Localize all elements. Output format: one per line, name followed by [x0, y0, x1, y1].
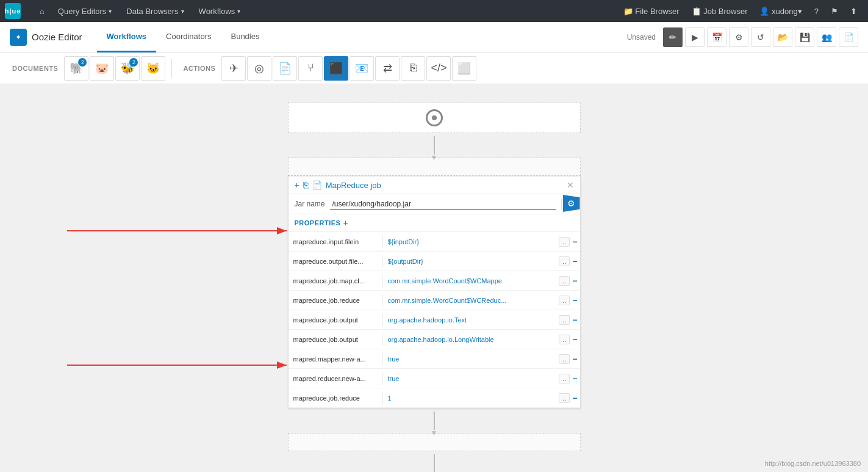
prop-key-0: mapreduce.input.filein [289, 236, 383, 248]
user-icon: 👤 [759, 7, 769, 16]
prop-value-8[interactable]: 1 [383, 392, 557, 404]
generic-action-btn[interactable]: </> [426, 56, 451, 81]
nav-workflows[interactable]: Workflows ▾ [192, 0, 248, 22]
git-action-btn[interactable]: ⑂ [298, 56, 323, 81]
prop-actions-2: .. − [556, 276, 579, 286]
file-browser-link[interactable]: 📁 File Browser [617, 7, 686, 16]
subwf-action-btn[interactable]: ⇄ [375, 56, 400, 81]
prop-remove-1[interactable]: − [572, 256, 577, 266]
distcp-action-btn[interactable]: ⎘ [401, 56, 425, 81]
add-icon[interactable]: + [295, 180, 299, 190]
close-icon[interactable]: ✕ [567, 180, 574, 190]
prop-browse-2[interactable]: .. [559, 276, 570, 286]
prop-remove-5[interactable]: − [572, 335, 577, 344]
prop-browse-4[interactable]: .. [559, 315, 570, 325]
sqoop-doc-btn[interactable]: 🐝 2 [115, 56, 140, 81]
nav-data-browsers[interactable]: Data Browsers ▾ [119, 0, 191, 22]
tab-coordinators[interactable]: Coordinators [156, 22, 221, 53]
chevron-down-icon: ▾ [181, 8, 184, 15]
chevron-down-icon: ▾ [237, 8, 240, 15]
prop-remove-6[interactable]: − [572, 354, 577, 364]
properties-label: PROPERTIES [295, 219, 341, 227]
nav-query-editors[interactable]: Query Editors ▾ [51, 0, 119, 22]
prop-browse-8[interactable]: .. [559, 393, 570, 403]
annotation-arrow-1 [49, 216, 293, 246]
prop-value-0[interactable]: ${inputDir} [383, 236, 557, 248]
arrow-down-icon-2 [434, 412, 435, 430]
save-button[interactable]: 💾 [795, 27, 814, 47]
arrow-down-icon [434, 136, 435, 154]
upload-icon[interactable]: ⬆ [844, 7, 863, 16]
prop-row-5: mapreduce.job.output org.apache.hadoop.i… [289, 330, 580, 349]
prop-browse-3[interactable]: .. [559, 296, 570, 305]
help-button[interactable]: ? [808, 7, 825, 16]
ssh-action-btn[interactable]: ✈ [221, 56, 246, 81]
mr-node-header: + ⎘ 📄 MapReduce job ✕ [289, 176, 580, 194]
gear-settings-btn[interactable]: ⚙ [563, 195, 580, 212]
home-icon[interactable]: ⌂ [34, 7, 51, 16]
prop-value-4[interactable]: org.apache.hadoop.io.Text [383, 314, 557, 326]
history-button[interactable]: ↺ [751, 27, 770, 47]
chevron-down-icon: ▾ [109, 8, 112, 15]
prop-key-6: mapred.mapper.new-a... [289, 353, 383, 365]
java-action-btn[interactable]: 📄 [273, 56, 297, 81]
app-logo[interactable]: h|ue [5, 3, 24, 19]
prop-value-5[interactable]: org.apache.hadoop.io.LongWritable [383, 333, 557, 346]
settings-button[interactable]: ⚙ [729, 27, 748, 47]
prop-remove-8[interactable]: − [572, 393, 577, 403]
open-button[interactable]: 📂 [773, 27, 792, 47]
tab-workflows[interactable]: Workflows [97, 22, 157, 53]
hdfs-action-btn[interactable]: ⬛ [324, 56, 348, 81]
workflow-canvas: + ⎘ 📄 MapReduce job ✕ Jar name .. ⚙ [0, 84, 868, 472]
new-button[interactable]: 📄 [839, 27, 858, 47]
prop-browse-1[interactable]: .. [559, 256, 570, 266]
share-button[interactable]: 👥 [817, 27, 836, 47]
prop-row-1: mapreduce.output.file... ${outputDir} ..… [289, 252, 580, 271]
editor-title: ✦ Oozie Editor [10, 29, 82, 46]
pig-doc-btn[interactable]: 🐷 [90, 56, 114, 81]
jar-label: Jar name [295, 200, 325, 208]
email-action-btn[interactable]: 📧 [350, 56, 374, 81]
job-browser-link[interactable]: 📋 Job Browser [686, 7, 754, 16]
prop-key-4: mapreduce.job.output [289, 314, 383, 326]
prop-value-2[interactable]: com.mr.simple.WordCount$WCMappe [383, 275, 557, 287]
prop-remove-3[interactable]: − [572, 296, 577, 305]
prop-browse-0[interactable]: .. [559, 237, 570, 247]
add-property-button[interactable]: + [343, 218, 348, 228]
prop-value-7[interactable]: true [383, 372, 557, 385]
prop-browse-5[interactable]: .. [559, 335, 570, 344]
end-action-btn[interactable]: ⬜ [452, 56, 476, 81]
mapreduce-action-btn[interactable]: ◎ [247, 56, 271, 81]
prop-browse-6[interactable]: .. [559, 354, 570, 364]
arrow-down-icon-3 [434, 454, 435, 472]
prop-key-7: mapred.reducer.new-a... [289, 372, 383, 385]
prop-value-3[interactable]: com.mr.simple.WordCount$WCReduc... [383, 294, 557, 307]
user-menu[interactable]: 👤 xudong ▾ [753, 7, 808, 16]
top-nav-right: 📁 File Browser 📋 Job Browser 👤 xudong ▾ … [617, 7, 863, 16]
prop-row-0: mapreduce.input.filein ${inputDir} .. − [289, 232, 580, 252]
prop-browse-7[interactable]: .. [559, 374, 570, 383]
copy-icon[interactable]: ⎘ [303, 180, 308, 190]
play-button[interactable]: ▶ [685, 27, 705, 47]
prop-remove-4[interactable]: − [572, 315, 577, 325]
mr-node-title: MapReduce job [326, 181, 563, 190]
prop-remove-0[interactable]: − [572, 237, 577, 247]
editor-right-actions: Unsaved ✏ ▶ 📅 ⚙ ↺ 📂 💾 👥 📄 [627, 27, 858, 47]
prop-remove-2[interactable]: − [572, 276, 577, 286]
prop-value-1[interactable]: ${outputDir} [383, 255, 557, 267]
edit-button[interactable]: ✏ [663, 27, 683, 47]
hive-doc-btn[interactable]: 🐘 2 [64, 56, 88, 81]
hue-icon: h|ue [5, 3, 21, 19]
shell-doc-btn[interactable]: 🐱 [141, 56, 165, 81]
prop-row-7: mapred.reducer.new-a... true .. − [289, 369, 580, 388]
jar-input[interactable] [330, 198, 556, 210]
schedule-button[interactable]: 📅 [707, 27, 726, 47]
mr-doc-icon: 📄 [312, 180, 322, 190]
prop-value-6[interactable]: true [383, 353, 557, 365]
flag-icon[interactable]: ⚑ [825, 7, 844, 16]
prop-actions-3: .. − [556, 296, 579, 305]
tab-bundles[interactable]: Bundles [221, 22, 269, 53]
prop-remove-7[interactable]: − [572, 374, 577, 383]
properties-container[interactable]: mapreduce.input.filein ${inputDir} .. − … [289, 232, 580, 408]
prop-key-2: mapreduce.job.map.cl... [289, 275, 383, 287]
